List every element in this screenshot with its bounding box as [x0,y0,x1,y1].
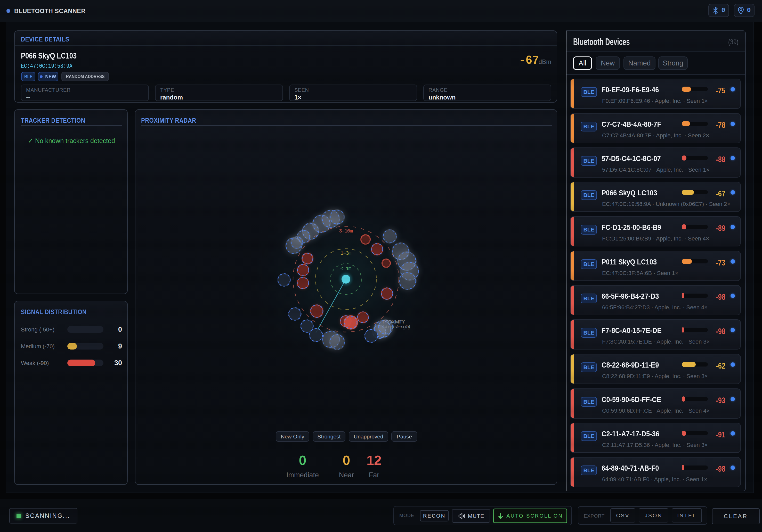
svg-text:PROXIMITY: PROXIMITY [383,319,405,324]
svg-text:< 1m: < 1m [341,266,351,272]
svg-text:3–10m: 3–10m [339,228,353,234]
svg-text:(signal strength): (signal strength) [382,324,410,329]
svg-text:1–3m: 1–3m [341,250,351,256]
